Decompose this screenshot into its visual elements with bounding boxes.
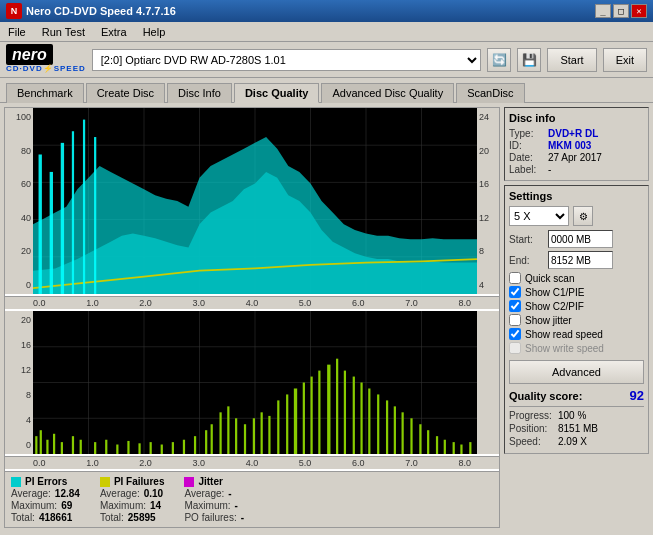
svg-rect-39	[127, 441, 129, 454]
pi-failures-label: PI Failures	[114, 476, 165, 487]
start-field-row: Start:	[509, 230, 644, 248]
svg-rect-14	[50, 172, 53, 294]
bottom-chart-canvas	[33, 311, 477, 454]
svg-rect-40	[138, 443, 140, 454]
disc-info-panel: Disc info Type: DVD+R DL ID: MKM 003 Dat…	[504, 107, 649, 181]
start-button[interactable]: Start	[547, 48, 596, 72]
menu-file[interactable]: File	[4, 25, 30, 39]
svg-rect-33	[61, 442, 63, 454]
settings-icon-btn[interactable]: ⚙	[573, 206, 593, 226]
start-field[interactable]	[548, 230, 613, 248]
tab-advanced-disc-quality[interactable]: Advanced Disc Quality	[321, 83, 454, 103]
window-title: Nero CD-DVD Speed 4.7.7.16	[26, 5, 176, 17]
show-c1-row: Show C1/PIE	[509, 286, 644, 298]
close-button[interactable]: ✕	[631, 4, 647, 18]
svg-rect-56	[286, 394, 288, 454]
jitter-label: Jitter	[198, 476, 222, 487]
drive-selector[interactable]: [2:0] Optiarc DVD RW AD-7280S 1.01	[92, 49, 482, 71]
svg-rect-32	[53, 434, 55, 454]
svg-rect-61	[327, 365, 330, 454]
info-id-row: ID: MKM 003	[509, 140, 644, 151]
svg-rect-31	[46, 440, 48, 454]
sidebar: Disc info Type: DVD+R DL ID: MKM 003 Dat…	[504, 107, 649, 528]
jitter-color	[184, 477, 194, 487]
svg-rect-48	[219, 412, 221, 454]
speed-selector[interactable]: 5 X	[509, 206, 569, 226]
show-write-speed-label: Show write speed	[525, 343, 604, 354]
legend-jitter: Jitter Average: - Maximum: - PO failures…	[184, 476, 244, 523]
save-button[interactable]: 💾	[517, 48, 541, 72]
svg-rect-15	[61, 143, 64, 294]
position-row: Position: 8151 MB	[509, 423, 644, 434]
svg-rect-38	[116, 444, 118, 454]
svg-rect-78	[469, 442, 471, 454]
svg-rect-50	[235, 418, 237, 454]
svg-rect-55	[277, 400, 279, 454]
exit-button[interactable]: Exit	[603, 48, 647, 72]
advanced-button[interactable]: Advanced	[509, 360, 644, 384]
speed-row-quality: Speed: 2.09 X	[509, 436, 644, 447]
show-c1-checkbox[interactable]	[509, 286, 521, 298]
x-axis-bottom: 0.0 1.0 2.0 3.0 4.0 5.0 6.0 7.0 8.0	[5, 456, 499, 469]
refresh-button[interactable]: 🔄	[487, 48, 511, 72]
svg-rect-76	[453, 442, 455, 454]
svg-rect-43	[172, 442, 174, 454]
svg-rect-73	[427, 430, 429, 454]
show-c1-label: Show C1/PIE	[525, 287, 584, 298]
y-axis-left-top: 100 80 60 40 20 0	[5, 108, 33, 294]
info-type-row: Type: DVD+R DL	[509, 128, 644, 139]
y-axis-left-bottom: 20 16 12 8 4 0	[5, 311, 33, 454]
app-icon: N	[6, 3, 22, 19]
menu-extra[interactable]: Extra	[97, 25, 131, 39]
menu-run-test[interactable]: Run Test	[38, 25, 89, 39]
svg-rect-54	[268, 416, 270, 454]
svg-rect-68	[386, 400, 388, 454]
settings-title: Settings	[509, 190, 644, 202]
tab-create-disc[interactable]: Create Disc	[86, 83, 165, 103]
svg-rect-17	[83, 120, 85, 294]
end-field-row: End:	[509, 251, 644, 269]
show-jitter-checkbox[interactable]	[509, 314, 521, 326]
svg-rect-75	[444, 440, 446, 454]
svg-rect-30	[40, 430, 42, 454]
tab-scandisc[interactable]: ScanDisc	[456, 83, 524, 103]
svg-rect-70	[402, 412, 404, 454]
svg-rect-51	[244, 424, 246, 454]
svg-rect-47	[211, 424, 213, 454]
svg-rect-66	[368, 388, 370, 454]
svg-rect-77	[460, 444, 462, 454]
toolbar: nero CD·DVD⚡SPEED [2:0] Optiarc DVD RW A…	[0, 42, 653, 78]
svg-rect-53	[261, 412, 263, 454]
menu-help[interactable]: Help	[139, 25, 170, 39]
tab-disc-quality[interactable]: Disc Quality	[234, 83, 320, 103]
svg-rect-44	[183, 440, 185, 454]
pi-errors-label: PI Errors	[25, 476, 67, 487]
svg-rect-36	[94, 442, 96, 454]
title-bar: N Nero CD-DVD Speed 4.7.7.16 _ □ ✕	[0, 0, 653, 22]
quality-score-row: Quality score: 92	[509, 388, 644, 403]
top-chart: 100 80 60 40 20 0	[5, 108, 499, 294]
show-jitter-label: Show jitter	[525, 315, 572, 326]
show-read-speed-label: Show read speed	[525, 329, 603, 340]
svg-rect-57	[294, 388, 297, 454]
info-date-row: Date: 27 Apr 2017	[509, 152, 644, 163]
end-field[interactable]	[548, 251, 613, 269]
maximize-button[interactable]: □	[613, 4, 629, 18]
quick-scan-row: Quick scan	[509, 272, 644, 284]
legend-pi-failures: PI Failures Average: 0.10 Maximum: 14 To…	[100, 476, 165, 523]
svg-rect-49	[227, 406, 229, 454]
show-c2-label: Show C2/PIF	[525, 301, 584, 312]
tab-disc-info[interactable]: Disc Info	[167, 83, 232, 103]
x-axis-top: 0.0 1.0 2.0 3.0 4.0 5.0 6.0 7.0 8.0	[5, 296, 499, 309]
quality-score-value: 92	[630, 388, 644, 403]
quick-scan-checkbox[interactable]	[509, 272, 521, 284]
show-write-speed-checkbox[interactable]	[509, 342, 521, 354]
speed-row: 5 X ⚙	[509, 206, 644, 226]
minimize-button[interactable]: _	[595, 4, 611, 18]
tab-benchmark[interactable]: Benchmark	[6, 83, 84, 103]
pi-failures-color	[100, 477, 110, 487]
show-c2-checkbox[interactable]	[509, 300, 521, 312]
svg-rect-60	[318, 371, 320, 454]
pi-errors-color	[11, 477, 21, 487]
show-read-speed-checkbox[interactable]	[509, 328, 521, 340]
